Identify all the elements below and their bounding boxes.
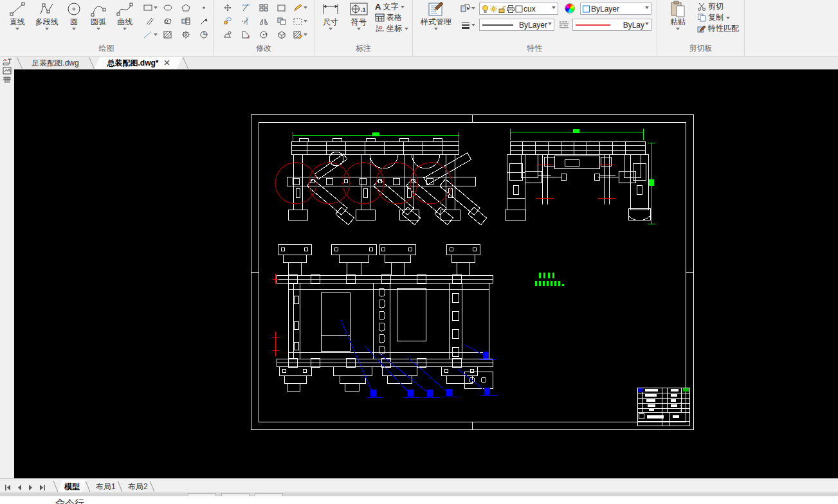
arc-tool-button[interactable]: 圆弧 xyxy=(85,0,111,43)
chevron-down-icon xyxy=(471,7,475,12)
sun-icon xyxy=(489,4,498,14)
linetype-sample xyxy=(574,22,612,28)
modify-stamp-button[interactable] xyxy=(219,28,237,41)
linetype-value: ByLay xyxy=(612,21,644,30)
dimension-button[interactable]: 尺寸 xyxy=(317,0,344,32)
spline-icon xyxy=(116,1,133,17)
modify-move-button[interactable] xyxy=(219,1,237,14)
layer-value: cux xyxy=(524,4,551,14)
style-manager-button[interactable]: 样式管理 xyxy=(417,0,455,32)
file-tab-active[interactable]: 总装配图.dwg* xyxy=(94,57,183,69)
draw-parallel-lines-button[interactable] xyxy=(141,14,159,28)
modify-hatch-edit-button[interactable] xyxy=(291,28,309,41)
modify-mirror-button[interactable] xyxy=(255,14,273,28)
dimension-icon xyxy=(322,1,340,17)
drawing-canvas[interactable] xyxy=(14,69,838,479)
style-manager-icon xyxy=(428,1,444,17)
tab-layout2[interactable]: 布局2 xyxy=(122,480,154,493)
cut-button[interactable]: 剪切 xyxy=(697,1,739,12)
image-tool-icon[interactable] xyxy=(1,66,13,75)
modify-erase-button[interactable] xyxy=(273,1,291,14)
draw-xline-button[interactable] xyxy=(141,28,159,41)
copy-button[interactable]: 复制 xyxy=(697,12,739,23)
chevron-down-icon xyxy=(15,28,19,32)
circle-tool-button[interactable]: 圆 xyxy=(63,0,85,43)
command-line[interactable]: 命令行 xyxy=(0,496,838,504)
color-select[interactable]: ByLayer xyxy=(580,3,651,15)
table-tool-button[interactable]: 表格 xyxy=(375,12,408,23)
modify-rotate-button[interactable] xyxy=(255,28,273,41)
lineweight-select[interactable]: ByLayer xyxy=(479,19,554,31)
draw-polygon-button[interactable] xyxy=(177,1,195,14)
modify-rectangle-select-button[interactable] xyxy=(291,14,309,28)
modify-edit-button[interactable] xyxy=(291,1,309,14)
draw-area-button[interactable] xyxy=(195,28,213,41)
linetype-select[interactable]: ByLay xyxy=(572,19,651,31)
layer-tools-button[interactable] xyxy=(460,4,475,13)
next-layout-icon[interactable] xyxy=(28,482,33,493)
close-icon[interactable] xyxy=(164,59,170,68)
layout1-tab-label: 布局1 xyxy=(96,482,116,492)
tab-separator xyxy=(183,57,188,69)
unlock-icon xyxy=(498,4,506,14)
table-grid-tool-icon[interactable] xyxy=(1,75,13,84)
modify-panel-label: 修改 xyxy=(214,43,314,54)
line-icon xyxy=(9,1,26,17)
chevron-down-icon xyxy=(401,6,405,10)
command-line-label: 命令行 xyxy=(55,498,84,504)
modify-3d-button[interactable] xyxy=(273,28,291,41)
first-layout-icon[interactable] xyxy=(5,482,11,493)
center-marks xyxy=(272,165,615,356)
polyline-tool-button[interactable]: 多段线 xyxy=(30,0,62,43)
text-tool-button[interactable]: A 文字 xyxy=(375,1,408,12)
modify-fillet-button[interactable] xyxy=(273,14,291,28)
draw-ellipse-button[interactable] xyxy=(159,1,177,14)
symbol-button[interactable]: .1 符号 xyxy=(345,0,372,32)
spline-tool-button[interactable]: 曲线 xyxy=(112,0,138,43)
copy-label: 复制 xyxy=(708,12,724,23)
dimension-label: 尺寸 xyxy=(323,17,338,26)
modify-array-button[interactable] xyxy=(255,1,273,14)
color-wheel-icon[interactable] xyxy=(565,3,575,14)
color-value: ByLayer xyxy=(591,4,644,14)
file-tab-inactive[interactable]: 足装配图.dwg xyxy=(22,57,89,69)
draw-point-button[interactable] xyxy=(195,1,213,14)
previous-layout-icon[interactable] xyxy=(17,482,22,493)
modify-copy-circle-button[interactable] xyxy=(219,14,237,28)
paste-button[interactable]: 粘贴 xyxy=(662,0,693,32)
file-tab-bar: 足装配图.dwg 总装配图.dwg* xyxy=(0,57,838,69)
ribbon-panel-properties: 样式管理 xyxy=(413,0,657,56)
line-tool-button[interactable]: 直线 xyxy=(4,0,30,43)
coordinate-tool-button[interactable]: 坐标 xyxy=(375,23,408,34)
file-tab-label: 足装配图.dwg xyxy=(32,58,78,69)
draw-gear-button[interactable] xyxy=(177,28,195,41)
polyline-icon xyxy=(39,1,55,17)
draw-rectangle-button[interactable] xyxy=(141,1,159,14)
circle-icon xyxy=(66,1,82,17)
linetype-list-icon[interactable] xyxy=(558,20,570,29)
front-view-drawing xyxy=(287,138,489,225)
chevron-down-icon xyxy=(154,33,158,38)
plan-view-drawing xyxy=(277,244,493,391)
chevron-down-icon xyxy=(154,6,158,11)
lineweight-sample xyxy=(481,22,515,28)
lineweight-tool-button[interactable] xyxy=(460,21,475,30)
modify-extend-button[interactable] xyxy=(237,14,255,28)
draw-ray-button[interactable] xyxy=(195,14,213,28)
tab-model[interactable]: 模型 xyxy=(58,480,86,493)
text-style-tool-icon[interactable] xyxy=(1,57,13,66)
modify-chamfer-button[interactable] xyxy=(237,28,255,41)
paste-label: 粘贴 xyxy=(670,17,686,26)
layer-select[interactable]: cux xyxy=(479,3,558,15)
symbol-label: 符号 xyxy=(351,17,367,26)
match-properties-button[interactable]: 特性匹配 xyxy=(697,23,739,34)
draw-hatch-button[interactable] xyxy=(159,28,177,41)
last-layout-icon[interactable] xyxy=(39,482,45,493)
match-properties-label: 特性匹配 xyxy=(708,23,739,34)
tab-layout1[interactable]: 布局1 xyxy=(89,480,122,493)
chevron-down-icon xyxy=(405,28,408,32)
title-block xyxy=(637,388,689,426)
draw-region-button[interactable] xyxy=(159,14,177,28)
modify-trim-button[interactable] xyxy=(237,1,255,14)
draw-block-button[interactable] xyxy=(177,14,195,28)
